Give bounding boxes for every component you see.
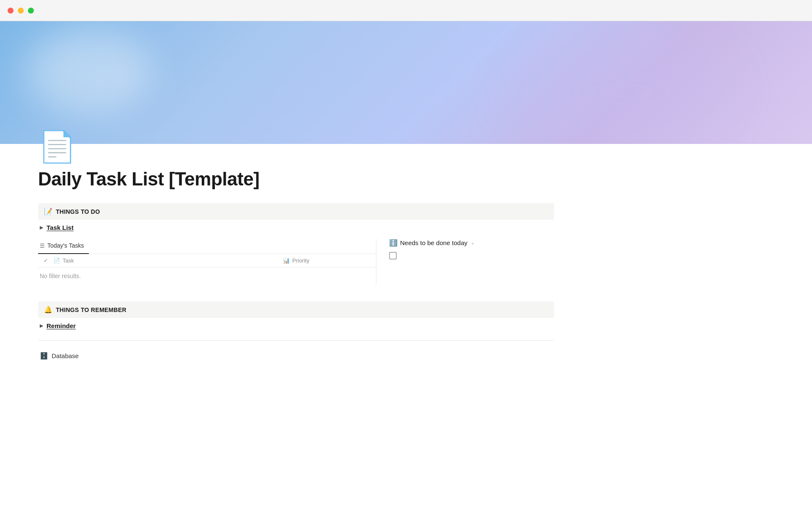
section-gap-1 — [38, 284, 554, 301]
window-chrome — [0, 0, 812, 21]
things-to-do-emoji: 📝 — [44, 207, 52, 215]
things-to-remember-emoji: 🔔 — [44, 306, 52, 314]
toggle-arrow-icon: ▶ — [40, 225, 43, 230]
things-to-do-label: THINGS TO DO — [56, 208, 100, 215]
table-header-row: ✓ 📄 Task 📊 Priority — [38, 254, 376, 268]
task-col-label: Task — [63, 257, 74, 264]
minimize-button[interactable] — [18, 8, 24, 14]
close-button[interactable] — [8, 8, 14, 14]
section-header-things-to-do: 📝 THINGS TO DO — [38, 203, 554, 220]
priority-col-label: Priority — [292, 257, 309, 264]
database-label[interactable]: Database — [52, 352, 79, 359]
priority-col-icon: 📊 — [283, 257, 290, 264]
filter-title-label: Needs to be done today — [400, 239, 467, 246]
page-icon: 📄 — [38, 131, 76, 162]
page-icon-wrapper: 📄 — [0, 131, 812, 162]
task-list-toggle[interactable]: ▶ Task List — [38, 220, 554, 235]
reminder-toggle-label[interactable]: Reminder — [47, 322, 76, 329]
database-view: ☰ Today's Tasks ✓ 📄 Task 📊 Priority — [38, 239, 554, 284]
reminder-toggle-arrow-icon: ▶ — [40, 323, 43, 329]
hero-banner — [0, 21, 812, 144]
things-to-remember-label: THINGS TO REMEMBER — [56, 306, 126, 313]
database-icon: 🗄️ — [40, 352, 48, 360]
col-task-header[interactable]: 📄 Task — [53, 257, 283, 264]
tab-todays-tasks-label: Today's Tasks — [47, 242, 84, 249]
page-title: Daily Task List [Template] — [38, 168, 554, 190]
task-list-toggle-label[interactable]: Task List — [47, 224, 74, 231]
tab-list-icon: ☰ — [40, 243, 45, 249]
content-area: Daily Task List [Template] 📝 THINGS TO D… — [0, 168, 592, 364]
task-col-icon: 📄 — [53, 257, 60, 264]
db-main-area: ☰ Today's Tasks ✓ 📄 Task 📊 Priority — [38, 239, 376, 284]
col-check-header: ✓ — [38, 257, 53, 264]
db-sidebar-filter: ℹ️ Needs to be done today ⌄ — [376, 239, 554, 284]
filter-info-icon: ℹ️ — [389, 239, 398, 247]
section-header-things-to-remember: 🔔 THINGS TO REMEMBER — [38, 301, 554, 318]
database-section-row: 🗄️ Database — [38, 348, 554, 364]
reminder-toggle[interactable]: ▶ Reminder — [38, 318, 554, 334]
tab-bar: ☰ Today's Tasks — [38, 239, 376, 254]
no-results-message: No filter results. — [38, 268, 376, 284]
tab-todays-tasks[interactable]: ☰ Today's Tasks — [38, 239, 89, 254]
filter-checkbox[interactable] — [389, 252, 397, 260]
check-col-icon: ✓ — [44, 257, 48, 264]
filter-chevron-icon[interactable]: ⌄ — [471, 240, 475, 246]
filter-header: ℹ️ Needs to be done today ⌄ — [389, 239, 554, 247]
section-divider — [38, 340, 554, 341]
maximize-button[interactable] — [28, 8, 34, 14]
col-priority-header[interactable]: 📊 Priority — [283, 257, 376, 264]
